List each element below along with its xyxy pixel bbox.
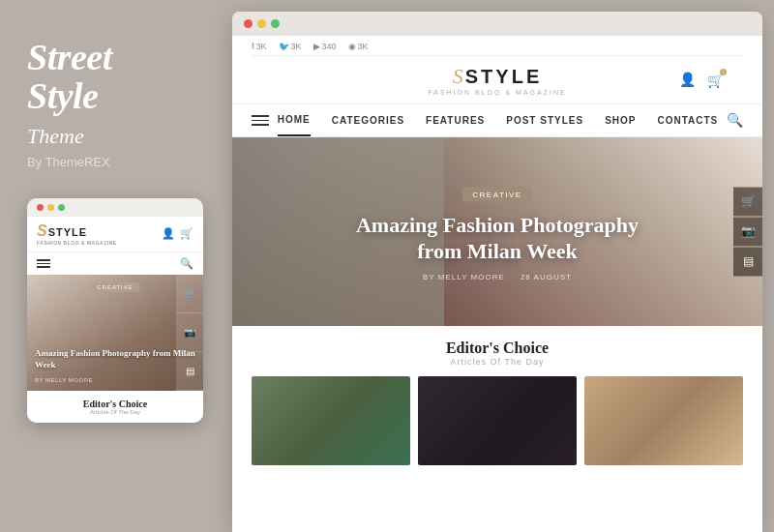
desktop-nav: HOME CATEGORIES FEATURES POST STYLES SHO… bbox=[232, 103, 762, 137]
mobile-mockup: SSTYLE FASHION BLOG & MAGAZINE 👤 🛒 🔍 CRE… bbox=[27, 198, 203, 423]
mobile-dot-yellow bbox=[47, 204, 54, 211]
desktop-header: f 3K 🐦 3K ▶ 340 ◉ 3K bbox=[232, 36, 762, 103]
nav-features[interactable]: FEATURES bbox=[426, 105, 485, 135]
nav-hamburger[interactable] bbox=[252, 115, 269, 126]
desktop-hero: CREATIVE Amazing Fashion Photography fro… bbox=[232, 137, 762, 326]
hero-side-btn-1[interactable]: 🛒 bbox=[733, 187, 762, 216]
mobile-cart-overlay: 🛒 📷 ▤ bbox=[176, 275, 203, 391]
social-youtube[interactable]: ▶ 340 bbox=[313, 42, 337, 51]
desktop-logo: S STYLE FASHION BLOG & MAGAZINE bbox=[428, 64, 566, 96]
mobile-hamburger[interactable] bbox=[37, 259, 50, 268]
mobile-cart-btn-1[interactable]: 🛒 bbox=[176, 275, 203, 313]
mobile-hero: CREATIVE Amazing Fashion Photography fro… bbox=[27, 275, 203, 391]
instagram-icon: ◉ bbox=[348, 42, 356, 51]
mobile-hero-title: Amazing Fashion Photography from Milan W… bbox=[35, 348, 195, 370]
header-right-icons: 👤 🛒 1 bbox=[679, 72, 724, 89]
theme-title: Street Style bbox=[27, 39, 112, 116]
mobile-editors-subtitle: Articles Of The Day bbox=[35, 409, 195, 415]
nav-categories[interactable]: CATEGORIES bbox=[332, 105, 404, 135]
hero-content: CREATIVE Amazing Fashion Photography fro… bbox=[333, 183, 662, 281]
editor-card-3[interactable] bbox=[584, 376, 743, 465]
desktop-dot-green bbox=[271, 19, 280, 28]
nav-home[interactable]: HOME bbox=[278, 104, 311, 136]
social-instagram[interactable]: ◉ 3K bbox=[348, 42, 369, 51]
left-panel: Street Style Theme By ThemeREX SSTYLE FA… bbox=[0, 0, 232, 532]
cart-badge[interactable]: 🛒 1 bbox=[707, 72, 724, 89]
logo-style-text: STYLE bbox=[465, 66, 542, 88]
youtube-icon: ▶ bbox=[313, 42, 320, 51]
mobile-logo-accent: S bbox=[37, 222, 48, 239]
editors-grid bbox=[252, 376, 743, 465]
desktop-logo-main: S STYLE bbox=[453, 64, 542, 89]
social-twitter[interactable]: 🐦 3K bbox=[279, 42, 302, 51]
editor-card-2[interactable] bbox=[418, 376, 577, 465]
hero-side-btn-3[interactable]: ▤ bbox=[733, 247, 762, 276]
mobile-dot-red bbox=[37, 204, 44, 211]
mobile-header: SSTYLE FASHION BLOG & MAGAZINE 👤 🛒 bbox=[27, 217, 203, 252]
nav-search-icon[interactable]: 🔍 bbox=[727, 112, 743, 129]
desktop-mockup: f 3K 🐦 3K ▶ 340 ◉ 3K bbox=[232, 12, 762, 532]
desktop-dot-yellow bbox=[257, 19, 266, 28]
logo-accent-char: S bbox=[453, 64, 463, 89]
editors-subtitle: Articles Of The Day bbox=[252, 357, 743, 367]
desktop-logo-area: S STYLE FASHION BLOG & MAGAZINE 👤 🛒 1 bbox=[252, 56, 743, 103]
social-facebook[interactable]: f 3K bbox=[252, 42, 267, 51]
mobile-editors: Editor's Choice Articles Of The Day bbox=[27, 391, 203, 423]
editor-card-1[interactable] bbox=[252, 376, 410, 465]
desktop-dot-red bbox=[244, 19, 253, 28]
logo-tagline: FASHION BLOG & MAGAZINE bbox=[428, 89, 566, 96]
facebook-icon: f bbox=[252, 42, 254, 51]
user-icon[interactable]: 👤 bbox=[679, 72, 696, 88]
mobile-editors-title: Editor's Choice bbox=[35, 399, 195, 409]
mobile-cart-btn-3[interactable]: ▤ bbox=[176, 352, 203, 391]
hero-title: Amazing Fashion Photography from Milan W… bbox=[333, 211, 662, 264]
mobile-logo: SSTYLE FASHION BLOG & MAGAZINE bbox=[37, 222, 117, 246]
nav-shop[interactable]: SHOP bbox=[605, 105, 636, 135]
theme-by: By ThemeREX bbox=[27, 155, 110, 169]
mobile-user-icon[interactable]: 👤 bbox=[162, 227, 175, 240]
mobile-dot-green bbox=[58, 204, 65, 211]
desktop-top-bar bbox=[232, 12, 762, 36]
hero-side-buttons: 🛒 📷 ▤ bbox=[733, 187, 762, 277]
mobile-hero-badge: CREATIVE bbox=[91, 282, 139, 292]
hero-badge: CREATIVE bbox=[462, 187, 531, 201]
social-links: f 3K 🐦 3K ▶ 340 ◉ 3K bbox=[252, 42, 369, 51]
title-line2: Style bbox=[27, 75, 98, 116]
theme-subtitle: Theme bbox=[27, 124, 84, 149]
twitter-icon: 🐦 bbox=[279, 42, 289, 51]
mobile-cart-btn-2[interactable]: 📷 bbox=[176, 313, 203, 352]
mobile-top-bar bbox=[27, 198, 203, 217]
editors-section: Editor's Choice Articles Of The Day bbox=[232, 326, 762, 532]
mobile-hero-author: BY MELLY MOORE bbox=[35, 377, 93, 383]
nav-contacts[interactable]: CONTACTS bbox=[657, 105, 718, 135]
mobile-header-icons: 👤 🛒 bbox=[162, 227, 194, 240]
editors-title: Editor's Choice bbox=[252, 340, 743, 357]
nav-links: HOME CATEGORIES FEATURES POST STYLES SHO… bbox=[269, 104, 727, 136]
mobile-search-icon[interactable]: 🔍 bbox=[180, 257, 194, 270]
shopping-cart-icon: 🛒 bbox=[707, 74, 724, 88]
title-line1: Street bbox=[27, 37, 112, 77]
nav-post-styles[interactable]: POST STYLES bbox=[506, 105, 583, 135]
desktop-social-bar: f 3K 🐦 3K ▶ 340 ◉ 3K bbox=[252, 36, 743, 56]
mobile-cart-icon[interactable]: 🛒 bbox=[180, 227, 194, 240]
cart-count: 1 bbox=[720, 69, 727, 75]
mobile-nav-bar: 🔍 bbox=[27, 252, 203, 275]
hero-side-btn-2[interactable]: 📷 bbox=[733, 217, 762, 246]
hero-author: BY MELLY MOORE 28 AUGUST bbox=[333, 272, 662, 281]
